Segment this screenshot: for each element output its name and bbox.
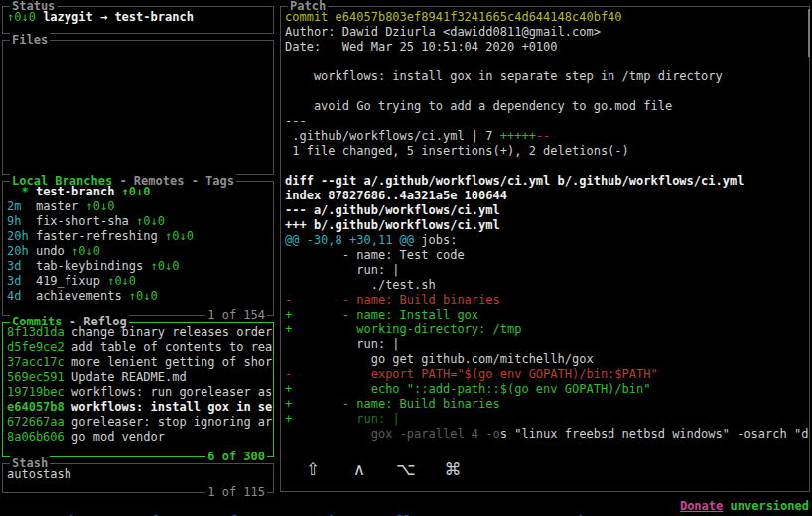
branch-row[interactable]: 3d tab-keybindings ↑0↓0: [7, 259, 269, 274]
branch-arrows: ↑0↓0: [100, 274, 136, 288]
commit-message: more lenient getting of shor: [65, 355, 273, 369]
commit-row[interactable]: e64057b8 workflows: install gox in se: [7, 400, 269, 415]
patch-line: ---: [285, 114, 805, 129]
shift-key-icon: ⇧: [303, 462, 323, 477]
patch-line: commit e64057b803ef8941f3241665c4d644148…: [285, 10, 805, 25]
commit-message: go mod vendor: [65, 430, 165, 444]
patch-line: workflows: install gox in separate step …: [285, 69, 805, 84]
commit-hash: 37acc17c: [7, 355, 65, 369]
commit-hash: 672667aa: [7, 415, 65, 429]
branch-row[interactable]: 20h faster-refreshing ↑0↓0: [7, 229, 269, 244]
commits-count: 6 of 300: [205, 450, 267, 464]
branch-recency: 9h: [7, 214, 36, 228]
patch-line: .github/workflows/ci.yml | 7 +++++--: [285, 129, 805, 144]
commit-row[interactable]: 8f13d1da change binary releases order: [7, 325, 269, 340]
patch-line: + working-directory: /tmp: [285, 322, 805, 337]
status-line: ↑0↓0 lazygit → test-branch: [3, 7, 273, 33]
branch-row[interactable]: 4d achievements ↑0↓0: [7, 289, 269, 304]
patch-line: [285, 159, 805, 174]
commit-hash: d5fe9ce2: [7, 340, 65, 354]
status-panel[interactable]: Status ↑0↓0 lazygit → test-branch: [2, 6, 274, 34]
patch-scrollbar-thumb[interactable]: [808, 9, 810, 57]
patch-line: --- a/.github/workflows/ci.yml: [285, 203, 805, 218]
current-branch-star: *: [7, 185, 36, 198]
patch-line: run: |: [285, 337, 805, 352]
branch-name: fix-short-sha: [36, 214, 129, 228]
branch-recency: 4d: [7, 289, 36, 303]
patch-panel[interactable]: Patch commit e64057b803ef8941f3241665c4d…: [280, 6, 810, 492]
branch-row[interactable]: 3d 419_fixup ↑0↓0: [7, 274, 269, 289]
patch-line: go get github.com/mitchellh/gox: [285, 352, 805, 367]
branch-recency: 3d: [7, 274, 36, 288]
patch-line: run: |: [285, 263, 805, 278]
patch-line: gox -parallel 4 -os "linux freebsd netbs…: [285, 427, 805, 442]
patch-line: - name: Test code: [285, 248, 805, 263]
files-list: [3, 41, 273, 174]
keycast-overlay: ⇧ ∧ ⌥ ⌘: [303, 462, 463, 477]
commit-hash: e64057b8: [7, 400, 65, 414]
patch-line: +++ b/.github/workflows/ci.yml: [285, 218, 805, 233]
branch-name: tab-keybindings: [36, 259, 143, 273]
commit-hash: 569ec591: [7, 370, 65, 384]
stash-panel[interactable]: Stash autostash 1 of 115: [2, 463, 274, 493]
patch-line: + - name: Build binaries: [285, 397, 805, 412]
branch-name: faster-refreshing: [36, 229, 158, 243]
commit-message: workflows: run goreleaser as: [65, 385, 273, 399]
patch-line: index 87827686..4a321a5e 100644: [285, 189, 805, 203]
patch-line: Date: Wed Mar 25 10:51:04 2020 +0100: [285, 40, 805, 55]
branch-name: test-branch: [36, 185, 114, 198]
files-panel[interactable]: Files: [2, 40, 274, 175]
patch-line: + run: |: [285, 412, 805, 427]
commits-panel[interactable]: Commits - Reflog 8f13d1da change binary …: [2, 322, 274, 457]
branch-arrows: ↑0↓0: [122, 289, 158, 303]
commit-row[interactable]: 19719bec workflows: run goreleaser as: [7, 385, 269, 400]
branch-row[interactable]: 20h undo ↑0↓0: [7, 244, 269, 259]
version-label: unversioned: [731, 499, 809, 513]
repo-branch-label: lazygit → test-branch: [43, 10, 194, 24]
branches-panel[interactable]: Local Branches - Remotes - Tags * test-b…: [2, 181, 274, 316]
branches-list: * test-branch ↑0↓02m master ↑0↓09h fix-s…: [3, 182, 273, 315]
patch-line: + - name: Install gox: [285, 308, 805, 322]
commits-list: 8f13d1da change binary releases orderd5f…: [3, 322, 273, 456]
control-key-icon: ∧: [349, 462, 369, 477]
stash-item[interactable]: autostash: [7, 467, 269, 482]
branch-recency: 3d: [7, 259, 36, 273]
patch-diff-view[interactable]: commit e64057b803ef8941f3241665c4d644148…: [281, 7, 809, 491]
commit-hash: 19719bec: [7, 385, 65, 399]
patch-line: ./test.sh: [285, 278, 805, 293]
patch-line: [285, 84, 805, 99]
donate-link[interactable]: Donate: [680, 499, 723, 513]
commit-row[interactable]: 672667aa goreleaser: stop ignoring ar: [7, 415, 269, 430]
branch-name: undo: [36, 244, 65, 258]
patch-line: avoid Go trying to add a dependency to g…: [285, 99, 805, 114]
stash-count: 1 of 115: [205, 485, 267, 500]
patch-line: diff --git a/.github/workflows/ci.yml b/…: [285, 174, 805, 189]
statusbar-right: Donate unversioned: [680, 499, 809, 514]
branch-name: master: [36, 199, 78, 213]
commit-row[interactable]: d5fe9ce2 add table of contents to rea: [7, 340, 269, 355]
push-pull-arrows: ↑0↓0: [7, 10, 36, 24]
branch-recency: 2m: [7, 199, 36, 213]
branches-count: 1 of 154: [205, 308, 267, 322]
commit-message: change binary releases order: [65, 325, 273, 339]
commit-row[interactable]: 569ec591 Update README.md: [7, 370, 269, 385]
command-key-icon: ⌘: [443, 462, 463, 477]
patch-line: Author: Dawid Dziurla <dawidd0811@gmail.…: [285, 25, 805, 40]
keybinding-hint-bar: 1-5: jump to panel, esc/q: close, pgup/p…: [3, 499, 809, 515]
commit-row[interactable]: 8a06b606 go mod vendor: [7, 430, 269, 445]
branch-row[interactable]: 2m master ↑0↓0: [7, 199, 269, 214]
branch-arrows: ↑0↓0: [143, 259, 179, 273]
commit-message: Update README.md: [65, 370, 187, 384]
branch-row[interactable]: 9h fix-short-sha ↑0↓0: [7, 214, 269, 229]
branch-arrows: ↑0↓0: [129, 214, 165, 228]
patch-line: - - name: Build binaries: [285, 293, 805, 308]
branch-arrows: ↑0↓0: [65, 244, 100, 258]
branch-recency: 20h: [7, 244, 36, 258]
option-key-icon: ⌥: [396, 462, 416, 477]
commit-message: goreleaser: stop ignoring ar: [65, 415, 273, 429]
branch-recency: 20h: [7, 229, 36, 243]
patch-line: 1 file changed, 5 insertions(+), 2 delet…: [285, 144, 805, 159]
branch-row[interactable]: * test-branch ↑0↓0: [7, 185, 269, 199]
branch-name: achievements: [36, 289, 122, 303]
commit-row[interactable]: 37acc17c more lenient getting of shor: [7, 355, 269, 370]
